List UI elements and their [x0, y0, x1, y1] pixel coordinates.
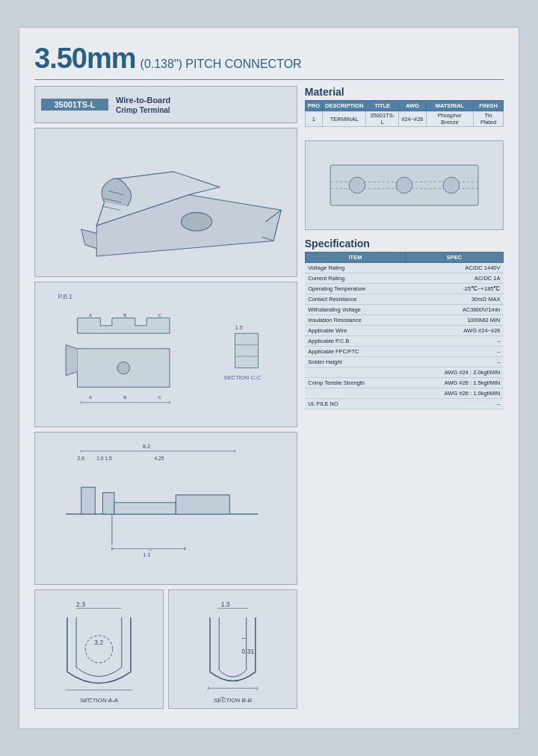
section-aa-drawing: 2.3 3.2 – SECTION — [34, 589, 164, 709]
svg-text:0.31: 0.31 — [241, 648, 254, 655]
table-cell — [305, 388, 405, 399]
table-cell: Crimp Tensile Strength — [305, 378, 405, 388]
table-cell: Solder Height — [305, 357, 405, 368]
table-row: Insulation Resistance1000MΩ MIN — [305, 315, 503, 326]
svg-text:B: B — [123, 312, 126, 317]
material-table-head: PRO DESCRIPTION TITLE AWG MATERIAL FINIS… — [305, 101, 503, 111]
svg-text:B: B — [123, 394, 126, 400]
svg-text:C: C — [158, 394, 162, 400]
svg-text:2.6: 2.6 — [78, 456, 85, 461]
table-cell: – — [406, 336, 504, 347]
svg-text:4.25: 4.25 — [154, 456, 164, 461]
table-row: Solder Height– — [305, 357, 503, 368]
spec-title: Specification — [305, 238, 504, 250]
page-header: 3.50mm (0.138") PITCH CONNECTOR — [34, 43, 504, 80]
table-cell: Current Rating — [305, 273, 405, 284]
table-cell: 1 — [305, 111, 322, 127]
table-cell: Insulation Resistance — [305, 315, 405, 326]
table-cell: AWG #26 : 1.0kgf/MIN — [406, 388, 504, 399]
left-panel: 35001TS-L Wire-to-Board Crimp Terminal — [34, 86, 297, 712]
svg-text:2.3: 2.3 — [76, 601, 85, 608]
table-cell: 1000MΩ MIN — [406, 315, 504, 326]
table-row: Contact Resistance30mΩ MAX — [305, 294, 503, 305]
table-cell: UL FILE NO — [305, 399, 405, 409]
table-cell: Applicable Wire — [305, 326, 405, 336]
table-cell: Phosphor Bronze — [426, 111, 474, 127]
pitch-title: (0.138") PITCH CONNECTOR — [140, 58, 302, 71]
svg-text:C: C — [158, 312, 162, 317]
svg-text:3.2: 3.2 — [94, 639, 103, 646]
svg-text:1.1: 1.1 — [143, 551, 150, 558]
section-bb-label: SECTION B-B — [169, 697, 297, 704]
svg-text:–: – — [241, 634, 245, 642]
right-panel: Material PRO DESCRIPTION TITLE AWG MATER… — [305, 86, 504, 712]
table-row: AWG #26 : 1.0kgf/MIN — [305, 388, 503, 399]
table-row: UL FILE NO– — [305, 399, 503, 409]
material-title: Material — [305, 86, 504, 98]
spec-col-spec: SPEC — [406, 252, 504, 263]
dims-svg-1: P.B.1 A — [35, 282, 297, 427]
specification-section: Specification ITEM SPEC Voltage RatingAC… — [305, 238, 504, 712]
right-diagram-svg — [311, 152, 498, 219]
table-row: 1TERMINAL35001TS-L#24~#26Phosphor Bronze… — [305, 111, 503, 127]
svg-point-9 — [117, 362, 129, 374]
spec-table-head: ITEM SPEC — [305, 252, 503, 263]
table-cell: Contact Resistance — [305, 294, 405, 305]
svg-point-3 — [181, 212, 211, 231]
section-aa-label: SECTION A-A — [35, 697, 163, 704]
col-title: TITLE — [366, 101, 399, 111]
table-cell: AC/DC 1A — [406, 273, 504, 284]
table-cell: AWG #24~#26 — [406, 326, 504, 336]
svg-text:1.3: 1.3 — [221, 601, 230, 608]
svg-text:A: A — [89, 312, 93, 317]
product-header: 35001TS-L Wire-to-Board Crimp Terminal — [34, 86, 297, 123]
table-cell: Tin Plated — [474, 111, 504, 127]
spec-table-body: Voltage RatingAC/DC 1440VCurrent RatingA… — [305, 263, 503, 409]
spec-header-row: ITEM SPEC — [305, 252, 503, 263]
dimension-drawing-2: 8.2 2.6 1.0 1.5 4.25 — [34, 432, 297, 585]
table-cell: #24~#26 — [399, 111, 426, 127]
section-aa-svg: 2.3 3.2 – — [35, 590, 163, 708]
col-material: MATERIAL — [426, 101, 474, 111]
section-drawings-row: 2.3 3.2 – SECTION — [34, 589, 297, 709]
table-cell: Applicable FPC/FTC — [305, 347, 405, 357]
col-description: DESCRIPTION — [323, 101, 366, 111]
table-cell: 30mΩ MAX — [406, 294, 504, 305]
diagram-svg — [35, 128, 297, 276]
svg-rect-32 — [81, 487, 96, 514]
dims-svg-2: 8.2 2.6 1.0 1.5 4.25 — [35, 433, 297, 584]
svg-text:A: A — [89, 394, 93, 400]
table-cell: Voltage Rating — [305, 263, 405, 273]
svg-rect-35 — [176, 495, 229, 514]
svg-rect-20 — [235, 333, 258, 368]
svg-text:P.B.1: P.B.1 — [58, 294, 72, 300]
svg-point-59 — [349, 177, 365, 193]
table-cell: Withstanding Voltage — [305, 305, 405, 315]
table-row: Crimp Tensile StrengthAWG #26 : 1.5kgf/M… — [305, 378, 503, 388]
table-cell: AC/DC 1440V — [406, 263, 504, 273]
table-row: Applicable WireAWG #24~#26 — [305, 326, 503, 336]
svg-text:1.0  1.5: 1.0 1.5 — [96, 456, 112, 461]
table-cell: – — [406, 399, 504, 409]
col-awg: AWG — [399, 101, 426, 111]
spec-table: ITEM SPEC Voltage RatingAC/DC 1440VCurre… — [305, 252, 504, 409]
col-finish: FINISH — [474, 101, 504, 111]
col-pro: PRO — [305, 101, 322, 111]
table-cell: – — [406, 347, 504, 357]
product-model: 35001TS-L — [54, 100, 95, 109]
svg-text:1.5: 1.5 — [235, 324, 243, 331]
table-row: Voltage RatingAC/DC 1440V — [305, 263, 503, 273]
svg-text:SECTION C-C: SECTION C-C — [223, 374, 262, 381]
table-row: Operating Temperature-25℃~+185℃ — [305, 284, 503, 294]
svg-rect-33 — [103, 492, 114, 514]
table-cell: 35001TS-L — [366, 111, 399, 127]
spec-col-item: ITEM — [305, 252, 405, 263]
product-description: Wire-to-Board Crimp Terminal — [116, 96, 170, 114]
material-section: Material PRO DESCRIPTION TITLE AWG MATER… — [305, 86, 504, 127]
product-line1: Wire-to-Board — [116, 96, 170, 105]
table-cell: – — [406, 357, 504, 368]
table-cell: AWG #26 : 1.5kgf/MIN — [406, 378, 504, 388]
section-bb-svg: 1.3 – 0.31 – — [169, 590, 297, 708]
svg-text:8.2: 8.2 — [143, 443, 150, 450]
product-line2: Crimp Terminal — [116, 106, 170, 114]
